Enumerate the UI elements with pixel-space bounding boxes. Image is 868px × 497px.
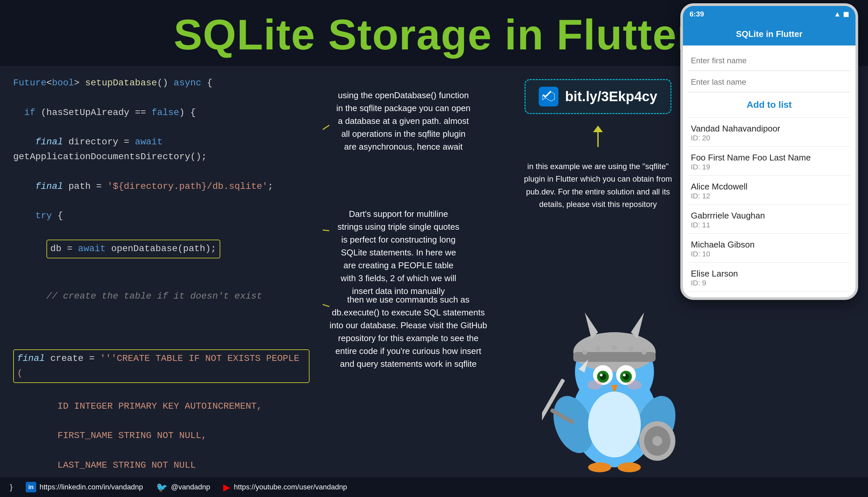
last-name-input[interactable] bbox=[688, 72, 850, 92]
code-line-id: ID INTEGER PRIMARY KEY AUTOINCREMENT, bbox=[13, 399, 310, 414]
footer-brace: } bbox=[10, 483, 13, 492]
svg-point-33 bbox=[652, 436, 662, 446]
divider bbox=[688, 233, 850, 234]
footer-linkedin: in https://linkedin.com/in/vandadnp bbox=[26, 482, 143, 492]
person-name: Gabrrriele Vaughan bbox=[691, 211, 848, 221]
svg-point-30 bbox=[618, 463, 641, 472]
code-line-comment: // create the table if it doesn't exist bbox=[13, 289, 310, 304]
footer-twitter: 🐦 @vandadnp bbox=[156, 482, 210, 493]
right-center-panel: bit.ly/3Ekp4cy in this example we are us… bbox=[516, 72, 680, 217]
person-name: Karlee Miller bbox=[691, 298, 848, 300]
repo-description: in this example we are using the "sqflit… bbox=[522, 160, 674, 211]
code-line-opendb: db = await openDatabase(path); bbox=[13, 238, 310, 260]
footer-youtube-url: https://youtube.com/user/vandadnp bbox=[234, 483, 347, 492]
footer-bar: } in https://linkedin.com/in/vandadnp 🐦 … bbox=[0, 477, 868, 497]
code-line-fn: FIRST_NAME STRING NOT NULL, bbox=[13, 428, 310, 443]
code-line-2: if (hasSetUpAlready == false) { bbox=[13, 105, 310, 120]
mascot-area bbox=[542, 306, 687, 477]
person-name: Alice Mcdowell bbox=[691, 182, 848, 192]
svg-point-24 bbox=[587, 380, 602, 389]
code-line-ln: LAST_NAME STRING NOT NULL bbox=[13, 458, 310, 473]
svg-point-8 bbox=[582, 349, 587, 355]
phone-status-bar: 6:39 ▲ ◼ bbox=[683, 6, 855, 23]
list-item: Karlee Miller ID: 8 bbox=[688, 293, 850, 300]
footer-youtube: ▶ https://youtube.com/user/vandadnp bbox=[223, 482, 347, 493]
url-text: bit.ly/3Ekp4cy bbox=[565, 89, 657, 104]
phone-mockup: 6:39 ▲ ◼ SQLite in Flutter Add to list V… bbox=[680, 3, 858, 300]
person-id: ID: 10 bbox=[691, 250, 848, 258]
youtube-icon: ▶ bbox=[223, 482, 231, 493]
code-line-4: final path = '${directory.path}/db.sqlit… bbox=[13, 179, 310, 194]
code-line-1: Future<bool> setupDatabase() async { bbox=[13, 76, 310, 91]
annotation-middle: Dart's support for multiline strings usi… bbox=[329, 204, 468, 301]
divider bbox=[688, 146, 850, 147]
url-box: bit.ly/3Ekp4cy bbox=[525, 79, 672, 114]
svg-point-29 bbox=[588, 463, 611, 472]
person-name: Elise Larson bbox=[691, 269, 848, 279]
person-id: ID: 20 bbox=[691, 134, 848, 142]
svg-point-11 bbox=[628, 346, 634, 351]
phone-app-title: SQLite in Flutter bbox=[736, 29, 803, 39]
mascot-svg bbox=[542, 306, 687, 477]
svg-point-21 bbox=[600, 374, 603, 377]
svg-point-28 bbox=[588, 392, 641, 457]
svg-point-9 bbox=[595, 346, 601, 351]
annotation-bottom: then we use commands such as db.execute(… bbox=[323, 290, 494, 374]
code-line-3: final directory = await getApplicationDo… bbox=[13, 135, 310, 165]
first-name-input[interactable] bbox=[688, 51, 850, 71]
person-id: ID: 9 bbox=[691, 279, 848, 287]
code-line-5: try { bbox=[13, 209, 310, 224]
phone-time: 6:39 bbox=[690, 10, 704, 18]
person-name: Vandad Nahavandipoor bbox=[691, 124, 848, 134]
annotation-top: using the openDatabase() function in the… bbox=[329, 86, 477, 157]
footer-twitter-handle: @vandadnp bbox=[171, 483, 210, 492]
phone-body: Add to list Vandad Nahavandipoor ID: 20 … bbox=[683, 45, 855, 300]
phone-icons: ▲ ◼ bbox=[834, 10, 849, 18]
up-arrow-svg bbox=[588, 124, 608, 150]
person-id: ID: 11 bbox=[691, 221, 848, 229]
list-item: Alice Mcdowell ID: 12 bbox=[688, 177, 850, 203]
divider bbox=[688, 117, 850, 118]
people-list: Vandad Nahavandipoor ID: 20 Foo First Na… bbox=[688, 119, 850, 300]
code-line-create: final create = '''CREATE TABLE IF NOT EX… bbox=[13, 333, 310, 384]
divider bbox=[688, 262, 850, 263]
add-to-list-button[interactable]: Add to list bbox=[688, 94, 850, 116]
list-item: Michaela Gibson ID: 10 bbox=[688, 235, 850, 261]
svg-point-10 bbox=[612, 345, 617, 350]
linkedin-icon: in bbox=[26, 482, 36, 492]
person-id: ID: 19 bbox=[691, 163, 848, 171]
divider bbox=[688, 204, 850, 205]
svg-point-22 bbox=[623, 374, 626, 377]
list-item: Vandad Nahavandipoor ID: 20 bbox=[688, 119, 850, 145]
svg-point-25 bbox=[627, 380, 642, 389]
list-item: Elise Larson ID: 9 bbox=[688, 264, 850, 290]
svg-point-12 bbox=[642, 349, 647, 355]
vscode-icon bbox=[539, 87, 558, 106]
phone-app-bar: SQLite in Flutter bbox=[683, 23, 855, 45]
list-item: Foo First Name Foo Last Name ID: 19 bbox=[688, 148, 850, 174]
divider bbox=[688, 175, 850, 176]
twitter-icon: 🐦 bbox=[156, 482, 167, 493]
code-panel: Future<bool> setupDatabase() async { if … bbox=[0, 66, 323, 471]
person-id: ID: 12 bbox=[691, 192, 848, 200]
person-name: Michaela Gibson bbox=[691, 240, 848, 250]
list-item: Gabrrriele Vaughan ID: 11 bbox=[688, 206, 850, 232]
footer-linkedin-url: https://linkedin.com/in/vandadnp bbox=[40, 483, 143, 492]
svg-marker-3 bbox=[593, 126, 603, 132]
person-name: Foo First Name Foo Last Name bbox=[691, 153, 848, 163]
